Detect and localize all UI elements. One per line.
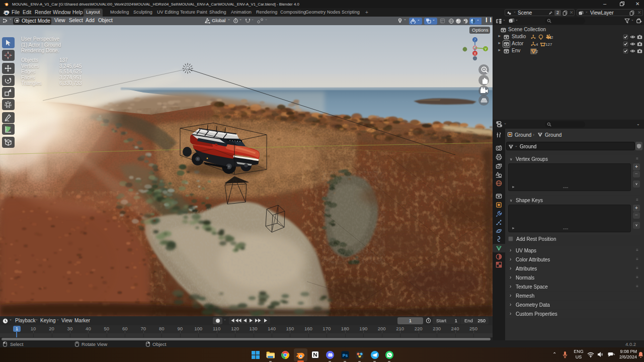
- svg-text:X: X: [474, 52, 476, 55]
- svg-text:Ps: Ps: [343, 353, 348, 358]
- svg-text:Y: Y: [485, 47, 487, 51]
